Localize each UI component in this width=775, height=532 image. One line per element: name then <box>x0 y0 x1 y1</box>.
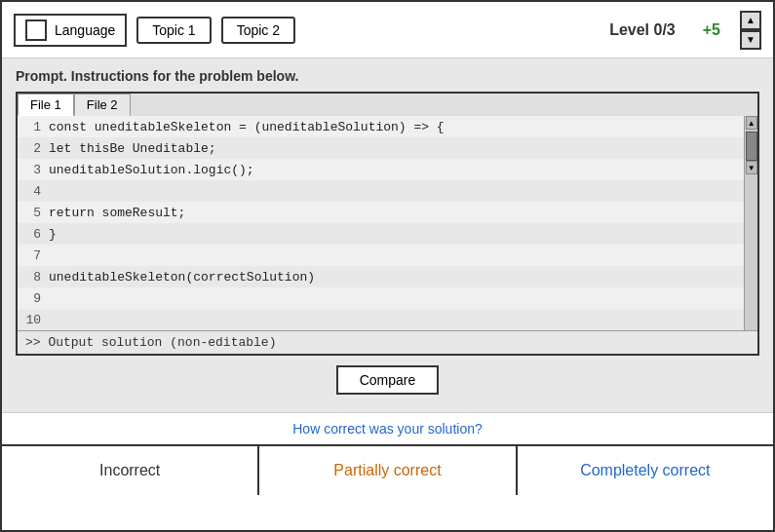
line-number: 3 <box>21 163 41 177</box>
topic2-button[interactable]: Topic 2 <box>221 17 295 44</box>
line-number: 6 <box>21 227 41 242</box>
line-number: 4 <box>21 184 41 199</box>
answer-partial-button[interactable]: Partially correct <box>259 446 517 495</box>
code-line: 2 let thisBe Uneditable; <box>18 137 744 159</box>
line-number: 2 <box>21 141 41 156</box>
arrow-up-button[interactable]: ▲ <box>740 11 761 30</box>
tab-file2[interactable]: File 2 <box>74 94 131 116</box>
code-editor[interactable]: 1const uneditableSkeleton = (uneditableS… <box>18 116 744 330</box>
line-content: const uneditableSkeleton = (uneditableSo… <box>49 120 445 134</box>
line-content: } <box>49 227 57 242</box>
answer-correct-button[interactable]: Completely correct <box>518 446 773 495</box>
line-number: 8 <box>21 270 41 285</box>
nav-arrows: ▲ ▼ <box>740 11 761 50</box>
code-line: 9 <box>18 287 744 309</box>
scroll-down-arrow[interactable]: ▼ <box>746 161 757 174</box>
code-line: 7 <box>18 245 744 266</box>
code-container: File 1 File 2 1const uneditableSkeleton … <box>16 92 759 356</box>
code-line: 6} <box>18 223 744 245</box>
code-line: 8uneditableSkeleton(correctSolution) <box>18 266 744 287</box>
line-number: 5 <box>21 206 41 220</box>
topic1-button[interactable]: Topic 1 <box>136 17 211 44</box>
level-display: Level 0/3 <box>609 21 676 39</box>
prompt-prefix: Prompt. <box>16 68 67 84</box>
scroll-up-arrow[interactable]: ▲ <box>746 116 757 130</box>
scrollbar[interactable]: ▲ ▼ <box>744 116 757 330</box>
compare-button[interactable]: Compare <box>336 365 440 395</box>
bottom-section: How correct was your solution? Incorrect… <box>2 413 773 495</box>
code-line: 3 uneditableSolution.logic(); <box>18 159 744 180</box>
line-number: 9 <box>21 291 41 306</box>
code-area-wrapper: 1const uneditableSkeleton = (uneditableS… <box>18 116 757 330</box>
line-number: 1 <box>21 120 41 134</box>
line-content: uneditableSolution.logic(); <box>49 163 254 177</box>
prompt-text: Prompt. Instructions for the problem bel… <box>16 68 759 84</box>
code-line: 1const uneditableSkeleton = (uneditableS… <box>18 116 744 137</box>
arrow-down-button[interactable]: ▼ <box>740 30 761 50</box>
tabs-row: File 1 File 2 <box>18 94 757 116</box>
scroll-thumb[interactable] <box>746 132 757 161</box>
line-content: let thisBe Uneditable; <box>49 141 216 156</box>
prompt-body: Instructions for the problem below. <box>71 68 299 84</box>
answer-incorrect-button[interactable]: Incorrect <box>2 446 259 495</box>
how-correct-text: How correct was your solution? <box>2 421 773 437</box>
language-label: Language <box>55 22 115 38</box>
code-line: 4 <box>18 180 744 202</box>
code-line: 5 return someResult; <box>18 202 744 223</box>
line-number: 10 <box>21 313 41 327</box>
output-bar: >> Output solution (non-editable) <box>18 330 757 354</box>
compare-section: Compare <box>16 356 759 402</box>
line-number: 7 <box>21 248 41 263</box>
language-icon <box>25 19 47 41</box>
line-content: return someResult; <box>49 206 185 220</box>
language-selector[interactable]: Language <box>14 14 127 47</box>
score-display: +5 <box>703 21 720 39</box>
code-line: 10 <box>18 309 744 330</box>
answer-buttons: IncorrectPartially correctCompletely cor… <box>2 444 773 495</box>
main-content: Prompt. Instructions for the problem bel… <box>2 58 773 413</box>
line-content: uneditableSkeleton(correctSolution) <box>49 270 315 285</box>
top-bar: Language Topic 1 Topic 2 Level 0/3 +5 ▲ … <box>2 2 773 58</box>
tab-file1[interactable]: File 1 <box>18 94 74 116</box>
